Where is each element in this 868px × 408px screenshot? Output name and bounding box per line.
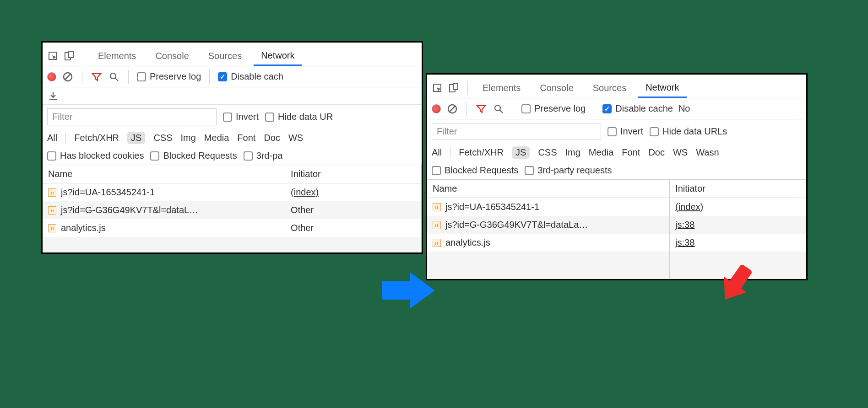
filter-icon[interactable] <box>475 103 487 115</box>
checkbox-icon[interactable] <box>521 104 531 113</box>
device-toolbar-icon[interactable] <box>64 50 76 62</box>
type-img[interactable]: Img <box>565 147 580 158</box>
checkbox-icon[interactable] <box>432 166 441 175</box>
checkbox-icon[interactable] <box>137 72 146 81</box>
separator <box>65 133 66 144</box>
type-all[interactable]: All <box>432 147 442 158</box>
tab-console[interactable]: Console <box>532 79 580 97</box>
col-name[interactable]: Name <box>427 180 670 198</box>
search-icon[interactable] <box>493 103 505 115</box>
tab-network[interactable]: Network <box>638 79 686 98</box>
type-fetch[interactable]: Fetch/XHR <box>459 147 504 158</box>
third-party-toggle[interactable]: 3rd-party requests <box>525 165 612 176</box>
hide-data-urls-toggle[interactable]: Hide data URLs <box>650 126 727 137</box>
has-blocked-cookies-toggle[interactable]: Has blocked cookies <box>47 150 144 161</box>
checkbox-icon[interactable] <box>150 151 159 161</box>
type-js[interactable]: JS <box>512 146 530 159</box>
separator <box>83 49 83 63</box>
request-name: js?id=UA-165345241-1 <box>61 187 155 197</box>
table-row[interactable]: js?id=G-G36G49KV7T&l=dataL… Other <box>43 201 422 219</box>
red-arrow-annotation-icon <box>710 256 760 306</box>
record-button[interactable] <box>47 72 56 81</box>
filter-types: All Fetch/XHR JS CSS Img Media Font Doc … <box>427 144 806 161</box>
separator <box>209 70 210 84</box>
type-doc[interactable]: Doc <box>264 133 280 143</box>
svg-point-5 <box>110 73 116 79</box>
table-row[interactable]: js?id=G-G36G49KV7T&l=dataLa… js:38 <box>427 216 806 234</box>
initiator-link[interactable]: (index) <box>291 187 319 197</box>
type-ws[interactable]: WS <box>673 147 688 158</box>
col-name[interactable]: Name <box>43 165 285 183</box>
record-button[interactable] <box>432 104 441 113</box>
request-name: js?id=G-G36G49KV7T&l=dataLa… <box>445 220 588 230</box>
checkbox-checked-icon[interactable] <box>218 72 227 81</box>
clear-icon[interactable] <box>62 71 74 83</box>
blocked-requests-toggle[interactable]: Blocked Requests <box>432 165 518 176</box>
device-toolbar-icon[interactable] <box>448 82 460 94</box>
table-row[interactable]: analytics.js Other <box>43 219 422 237</box>
separator <box>594 102 594 116</box>
col-initiator[interactable]: Initiator <box>670 180 806 198</box>
svg-marker-14 <box>382 272 435 309</box>
blocked-requests-toggle[interactable]: Blocked Requests <box>150 150 237 161</box>
tab-elements[interactable]: Elements <box>91 47 143 65</box>
tab-console[interactable]: Console <box>148 47 196 65</box>
preserve-log-toggle[interactable]: Preserve log <box>137 71 201 82</box>
download-icon[interactable] <box>47 90 59 102</box>
tab-sources[interactable]: Sources <box>201 47 249 65</box>
filter-input[interactable]: Filter <box>47 108 217 125</box>
checkbox-icon[interactable] <box>608 127 617 136</box>
type-js[interactable]: JS <box>127 132 145 144</box>
table-row[interactable]: analytics.js js:38 <box>427 234 806 252</box>
tab-sources[interactable]: Sources <box>586 79 634 97</box>
clear-icon[interactable] <box>446 103 458 115</box>
type-doc[interactable]: Doc <box>648 147 665 158</box>
checkbox-icon[interactable] <box>265 113 274 122</box>
type-media[interactable]: Media <box>589 147 613 158</box>
disable-cache-toggle[interactable]: Disable cach <box>218 71 283 82</box>
inspect-icon[interactable] <box>47 50 59 62</box>
hide-data-urls-toggle[interactable]: Hide data UR <box>265 112 333 122</box>
svg-line-4 <box>65 74 71 80</box>
type-font[interactable]: Font <box>622 147 640 158</box>
inspect-icon[interactable] <box>432 82 444 94</box>
disable-cache-label: Disable cach <box>231 71 283 82</box>
type-ws[interactable]: WS <box>288 133 303 143</box>
type-fetch[interactable]: Fetch/XHR <box>74 133 119 143</box>
type-img[interactable]: Img <box>181 133 196 143</box>
initiator-link[interactable]: js:38 <box>675 220 694 230</box>
table-row[interactable]: js?id=UA-165345241-1 (index) <box>43 183 422 202</box>
type-font[interactable]: Font <box>237 133 255 143</box>
filter-icon[interactable] <box>91 71 103 83</box>
type-css[interactable]: CSS <box>153 133 172 143</box>
separator <box>82 70 82 84</box>
invert-label: Invert <box>620 126 643 137</box>
type-all[interactable]: All <box>47 133 57 143</box>
invert-toggle[interactable]: Invert <box>223 112 259 122</box>
invert-toggle[interactable]: Invert <box>608 126 643 137</box>
disable-cache-toggle[interactable]: Disable cache <box>602 103 673 114</box>
separator <box>467 102 467 116</box>
checkbox-icon[interactable] <box>223 113 232 122</box>
type-wasm[interactable]: Wasn <box>696 147 719 158</box>
preserve-log-label: Preserve log <box>534 103 586 114</box>
search-icon[interactable] <box>108 71 120 83</box>
third-party-toggle[interactable]: 3rd-pa <box>244 150 283 161</box>
checkbox-checked-icon[interactable] <box>602 104 612 113</box>
devtools-panel-left: Elements Console Sources Network Preserv… <box>41 41 423 254</box>
tab-network[interactable]: Network <box>254 47 302 66</box>
filter-input[interactable]: Filter <box>432 123 601 140</box>
table-row[interactable]: js?id=UA-165345241-1 (index) <box>427 198 806 216</box>
network-toolbar: Preserve log Disable cache No <box>427 98 806 119</box>
checkbox-icon[interactable] <box>244 151 253 161</box>
checkbox-icon[interactable] <box>525 166 534 175</box>
tab-elements[interactable]: Elements <box>475 79 528 97</box>
preserve-log-toggle[interactable]: Preserve log <box>521 103 586 114</box>
type-css[interactable]: CSS <box>538 147 557 158</box>
initiator-link[interactable]: (index) <box>675 202 703 212</box>
type-media[interactable]: Media <box>204 133 229 143</box>
initiator-link[interactable]: js:38 <box>675 237 694 247</box>
col-initiator[interactable]: Initiator <box>285 165 422 183</box>
checkbox-icon[interactable] <box>650 127 659 136</box>
checkbox-icon[interactable] <box>47 151 56 161</box>
